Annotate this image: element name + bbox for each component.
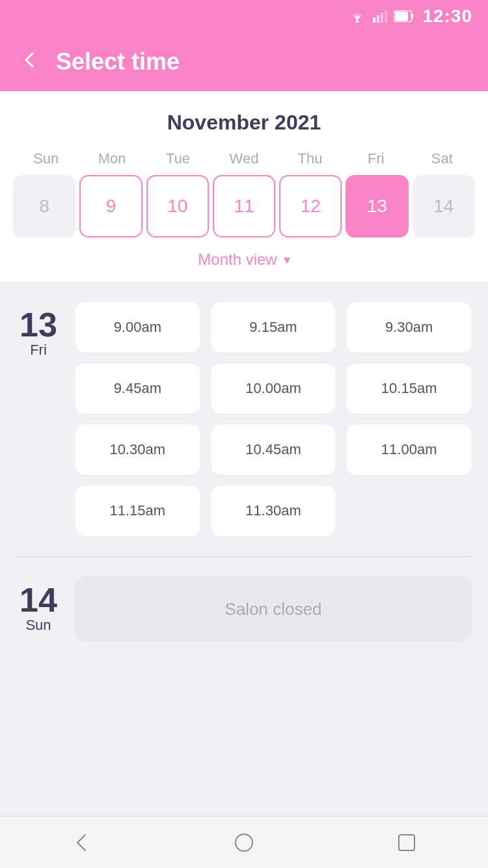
day-14-number: 14: [20, 583, 57, 617]
day-12[interactable]: 12: [279, 175, 342, 237]
day-11[interactable]: 11: [213, 175, 275, 237]
time-section: 13 Fri 9.00am 9.15am 9.30am 9.45am 10.00…: [0, 282, 488, 661]
time-slot-930am[interactable]: 9.30am: [346, 301, 472, 353]
time-slot-900am[interactable]: 9.00am: [74, 301, 201, 353]
time-slot-1015am[interactable]: 10.15am: [346, 362, 472, 414]
day-label-sun: Sun: [13, 150, 79, 167]
wifi-icon: [348, 10, 366, 23]
time-slot-1030am[interactable]: 10.30am: [74, 424, 201, 476]
salon-closed-label: Salon closed: [225, 599, 322, 619]
page-title: Select time: [56, 48, 180, 75]
svg-rect-1: [373, 18, 375, 23]
day-14-name: Sun: [25, 617, 51, 634]
svg-point-7: [236, 834, 252, 851]
chevron-down-icon: ▾: [284, 252, 290, 267]
svg-rect-8: [399, 835, 414, 850]
svg-point-0: [356, 20, 359, 23]
svg-rect-2: [377, 15, 379, 23]
time-slot-915am[interactable]: 9.15am: [210, 301, 337, 353]
bottom-nav: [0, 816, 488, 868]
nav-recent-button[interactable]: [390, 826, 423, 859]
day-label-wed: Wed: [211, 150, 277, 167]
day-9[interactable]: 9: [79, 175, 142, 237]
time-slot-945am[interactable]: 9.45am: [74, 362, 201, 414]
day-label-tue: Tue: [145, 150, 211, 167]
week-row: 8 9 10 11 12 13 14: [13, 175, 475, 237]
time-slot-1100am[interactable]: 11.00am: [346, 424, 472, 476]
month-view-label: Month view: [198, 251, 277, 269]
day-13-number: 13: [20, 308, 57, 342]
day-13[interactable]: 13: [346, 175, 408, 237]
status-icons: [348, 10, 414, 23]
day-labels-row: Sun Mon Tue Wed Thu Fri Sat: [13, 150, 475, 167]
signal-icon: [373, 10, 387, 23]
day-label-mon: Mon: [79, 150, 144, 167]
time-slot-1130am[interactable]: 11.30am: [210, 485, 337, 537]
day-8[interactable]: 8: [13, 175, 75, 237]
svg-rect-4: [385, 10, 387, 23]
calendar-section: November 2021 Sun Mon Tue Wed Thu Fri Sa…: [0, 91, 488, 282]
app-header: Select time: [0, 33, 488, 91]
month-year-label: November 2021: [13, 111, 475, 135]
nav-back-button[interactable]: [65, 826, 98, 859]
time-slot-1115am[interactable]: 11.15am: [74, 485, 201, 537]
nav-home-button[interactable]: [228, 826, 260, 859]
time-slot-1045am[interactable]: 10.45am: [210, 424, 337, 476]
time-slot-1000am[interactable]: 10.00am: [210, 362, 337, 414]
day-13-name: Fri: [30, 342, 47, 359]
month-view-toggle[interactable]: Month view ▾: [13, 251, 475, 269]
day-label-thu: Thu: [277, 150, 343, 167]
day-label-fri: Fri: [343, 150, 409, 167]
divider: [16, 556, 472, 557]
day-label-sat: Sat: [409, 150, 475, 167]
svg-rect-3: [381, 12, 383, 23]
svg-rect-6: [395, 12, 408, 21]
status-bar: 12:30: [0, 0, 488, 33]
day-14[interactable]: 14: [413, 175, 475, 237]
battery-icon: [394, 10, 414, 22]
back-button[interactable]: [20, 49, 40, 74]
status-time: 12:30: [422, 6, 472, 27]
day-13-label: 13 Fri: [16, 301, 61, 537]
day-10[interactable]: 10: [146, 175, 209, 237]
day-13-block: 13 Fri 9.00am 9.15am 9.30am 9.45am 10.00…: [16, 301, 472, 537]
salon-closed-box: Salon closed: [74, 576, 472, 642]
day-13-time-grid: 9.00am 9.15am 9.30am 9.45am 10.00am 10.1…: [74, 301, 472, 537]
day-14-label: 14 Sun: [16, 576, 61, 642]
day-14-block: 14 Sun Salon closed: [16, 576, 472, 642]
